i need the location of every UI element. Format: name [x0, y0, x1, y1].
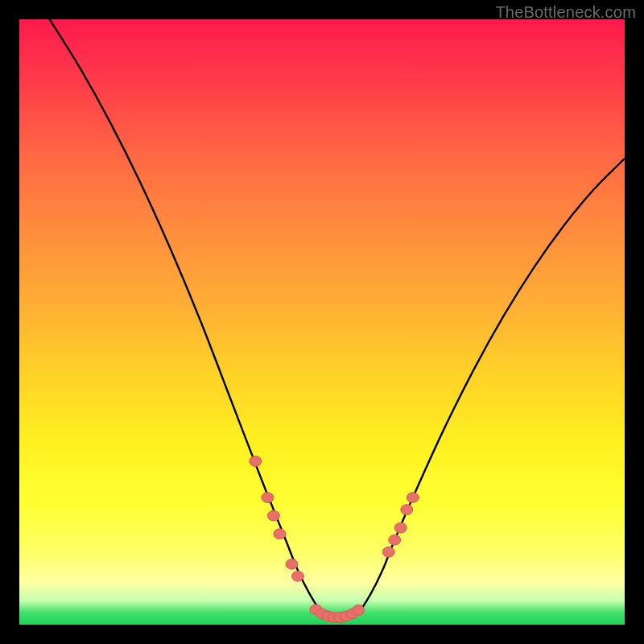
curve-marker — [286, 559, 298, 569]
curve-marker — [267, 510, 279, 521]
curve-marker — [401, 505, 413, 515]
curve-marker — [262, 493, 274, 503]
curve-marker — [389, 535, 401, 545]
curve-marker — [394, 522, 407, 533]
curve-marker — [274, 529, 286, 539]
curve-marker — [353, 605, 365, 616]
watermark-text: TheBottleneck.com — [495, 3, 636, 22]
curve-markers — [250, 456, 419, 623]
curve-marker — [382, 547, 394, 557]
bottleneck-curve-path — [50, 19, 625, 619]
bottleneck-chart — [19, 19, 625, 625]
curve-marker — [250, 456, 262, 467]
chart-background — [19, 19, 625, 625]
curve-marker — [291, 571, 303, 581]
curve-marker — [407, 493, 419, 503]
